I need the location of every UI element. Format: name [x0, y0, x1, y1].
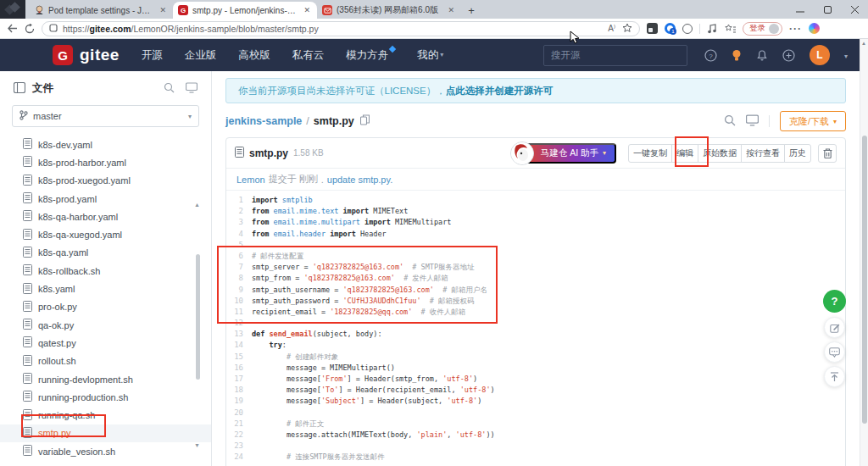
line-view-button[interactable]: 按行查看 — [741, 144, 785, 163]
page-scrollbar-thumb[interactable] — [862, 136, 867, 424]
file-item[interactable]: running-production.sh — [0, 388, 211, 406]
gitee-logo[interactable]: G — [53, 45, 73, 65]
tab-close-icon[interactable]: ✕ — [446, 6, 456, 14]
nav-item-2[interactable]: 企业版 — [185, 48, 217, 63]
nav-item-1[interactable]: 开源 — [142, 48, 163, 63]
line-number[interactable]: 17 — [226, 374, 252, 385]
new-tab-button[interactable]: + — [461, 2, 481, 19]
license-notice-link[interactable]: 点此选择并创建开源许可 — [446, 85, 554, 97]
help-floating-button[interactable]: ? — [823, 290, 846, 313]
window-close-button[interactable] — [841, 0, 868, 19]
browser-signin-button[interactable]: 登录 — [743, 22, 782, 36]
window-maximize-button[interactable] — [814, 0, 841, 19]
line-number[interactable]: 19 — [226, 396, 252, 407]
extension-globe-icon[interactable] — [682, 24, 693, 34]
line-number[interactable]: 24 — [226, 452, 252, 463]
file-item[interactable]: pro-ok.py — [0, 298, 211, 316]
branch-selector[interactable]: master ▾ — [12, 105, 199, 127]
sidebar-monitor-icon[interactable] — [186, 82, 198, 96]
line-number[interactable]: 14 — [226, 340, 252, 351]
line-number[interactable]: 9 — [226, 285, 252, 296]
copilot-icon[interactable] — [809, 23, 820, 34]
file-item[interactable]: qa-ok.py — [0, 316, 211, 334]
line-number[interactable]: 1 — [226, 195, 252, 206]
repo-search-icon[interactable] — [724, 114, 736, 129]
create-plus-icon[interactable] — [782, 49, 795, 62]
file-item[interactable]: running-devlopment.sh — [0, 370, 211, 388]
line-number[interactable]: 13 — [226, 329, 252, 340]
repo-monitor-icon[interactable] — [746, 114, 759, 129]
extension-reading-icon[interactable]: 1 — [665, 23, 676, 34]
avatar-caret-icon[interactable]: ▾ — [844, 53, 848, 60]
line-number[interactable]: 18 — [226, 385, 252, 396]
back-icon[interactable] — [7, 24, 18, 33]
line-number[interactable]: 5 — [226, 240, 252, 251]
file-item[interactable]: variable_vesion.sh — [0, 442, 211, 460]
line-number[interactable]: 7 — [226, 262, 252, 273]
read-aloud-icon[interactable]: A) — [608, 24, 615, 33]
file-item[interactable]: running-qa.sh — [0, 406, 211, 424]
line-number[interactable]: 6 — [226, 251, 252, 262]
nav-item-4[interactable]: 私有云 — [292, 48, 325, 63]
file-item[interactable]: qatest.py — [0, 334, 211, 352]
history-button[interactable]: 历史 — [784, 144, 811, 163]
copy-path-icon[interactable] — [360, 114, 370, 128]
nav-item-6[interactable]: 我的▾ — [417, 48, 443, 63]
line-number[interactable]: 12 — [226, 318, 252, 329]
nav-item-3[interactable]: 高校版 — [238, 48, 270, 63]
line-number[interactable]: 20 — [226, 408, 252, 419]
page-scroll-up-icon[interactable]: ▲ — [861, 41, 866, 46]
tab-close-icon[interactable]: ✕ — [158, 6, 168, 14]
sidebar-scroll-down-icon[interactable]: ▼ — [194, 442, 200, 448]
sidebar-scrollbar-thumb[interactable] — [196, 254, 200, 380]
file-item[interactable]: k8s-qa-harbor.yaml — [0, 208, 211, 225]
line-number[interactable]: 23 — [226, 441, 252, 452]
commit-message[interactable]: update smtp.py. — [327, 175, 392, 185]
line-number[interactable]: 2 — [226, 206, 252, 217]
line-number[interactable]: 22 — [226, 430, 252, 441]
file-item[interactable]: rollout.sh — [0, 352, 211, 370]
copy-button[interactable]: 一键复制 — [628, 144, 672, 163]
delete-file-icon[interactable] — [818, 144, 837, 163]
clone-download-button[interactable]: 克隆/下载▾ — [780, 111, 846, 131]
back-to-top-icon[interactable] — [824, 366, 845, 387]
file-item[interactable]: k8s-dev.yaml — [0, 136, 211, 153]
help-icon[interactable]: ? — [704, 49, 717, 62]
address-bar[interactable]: https://gitee.com/LemonOR/jenkins-sample… — [42, 21, 640, 36]
file-item[interactable]: smtp.py — [0, 424, 211, 442]
commit-author[interactable]: Lemon — [236, 175, 265, 185]
line-number[interactable]: 11 — [226, 307, 252, 318]
file-item[interactable]: k8s.yaml — [0, 280, 211, 297]
file-item[interactable]: k8s-qa-xuegod.yaml — [0, 225, 211, 243]
line-number[interactable]: 3 — [226, 217, 252, 228]
extension-icon[interactable] — [647, 23, 658, 34]
line-number[interactable]: 4 — [226, 229, 252, 240]
user-avatar[interactable]: L — [810, 45, 830, 65]
browser-essentials-icon[interactable] — [707, 24, 718, 34]
lightbulb-icon[interactable] — [732, 49, 742, 62]
site-info-icon[interactable] — [49, 24, 58, 34]
window-minimize-button[interactable] — [787, 0, 814, 19]
line-number[interactable]: 10 — [226, 296, 252, 307]
file-item[interactable]: k8s-qa.yaml — [0, 244, 211, 262]
site-search-input[interactable] — [551, 50, 680, 60]
comments-icon[interactable] — [824, 341, 845, 363]
tab-close-icon[interactable]: ✕ — [302, 6, 312, 14]
file-item[interactable]: k8s-prod-harbor.yaml — [0, 153, 211, 171]
nav-item-5[interactable]: 模力方舟 — [346, 48, 395, 63]
browser-tab[interactable]: (356封未读) 网易邮箱6.0版✕ — [317, 2, 461, 19]
workspaces-icon[interactable] — [0, 0, 25, 19]
feedback-edit-icon[interactable] — [824, 317, 845, 338]
more-menu-icon[interactable]: ··· — [789, 23, 802, 35]
sidebar-scroll-up-icon[interactable]: ▲ — [194, 202, 200, 208]
line-number[interactable]: 15 — [226, 352, 252, 363]
notifications-bell-icon[interactable] — [756, 49, 768, 62]
raw-data-button[interactable]: 原始数据 — [698, 144, 742, 163]
collapse-panel-icon[interactable] — [14, 82, 25, 96]
browser-tab[interactable]: Gsmtp.py - Lemon/jenkins-sample✕ — [173, 2, 317, 19]
favorite-star-icon[interactable] — [622, 23, 632, 35]
breadcrumb-repo-link[interactable]: jenkins-sample — [225, 115, 302, 127]
line-number[interactable]: 16 — [226, 363, 252, 374]
edit-button[interactable]: 编辑 — [671, 144, 698, 163]
line-number[interactable]: 8 — [226, 273, 252, 284]
